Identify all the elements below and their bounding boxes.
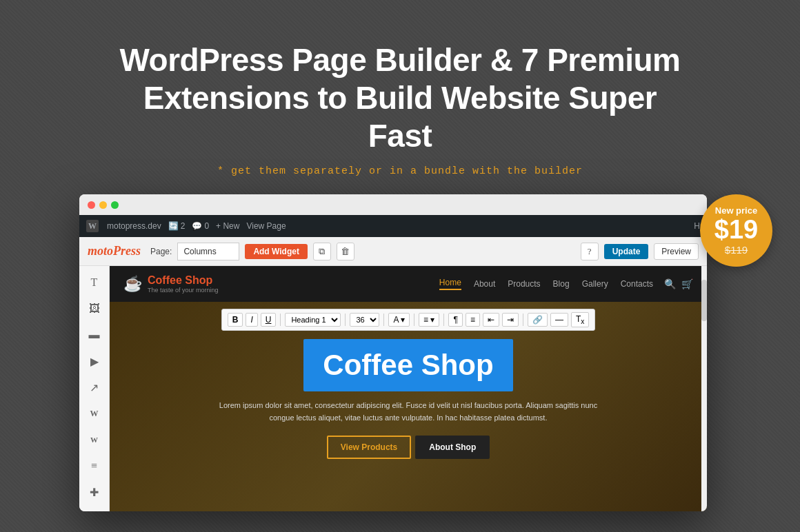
wp-comments[interactable]: 💬 0: [192, 221, 209, 231]
heading-block[interactable]: Coffee Shop: [303, 339, 512, 391]
sidebar-icon-layout[interactable]: ≡: [83, 455, 106, 477]
site-nav-gallery[interactable]: Gallery: [582, 279, 608, 289]
builder-body: T 🖼 ▬ ▶ ↗ W W ≡ ✚ ☕ Coffee Shop: [79, 266, 707, 511]
mp-page-label: Page:: [150, 247, 172, 256]
rte-outdent-btn[interactable]: ⇥: [502, 313, 519, 327]
view-products-btn[interactable]: View Products: [327, 436, 411, 459]
mp-page-input[interactable]: [177, 243, 239, 260]
site-logo-name: Coffee Shop: [148, 274, 219, 287]
page-background: WordPress Page Builder & 7 Premium Exten…: [0, 0, 800, 198]
browser-dot-green[interactable]: [111, 201, 119, 209]
site-nav-icons: 🔍 🛒: [664, 278, 693, 290]
browser-chrome: [79, 194, 707, 215]
sidebar-icon-woo[interactable]: W: [83, 429, 106, 451]
rte-ol-btn[interactable]: ¶: [448, 313, 462, 327]
rte-divider-2: [345, 314, 346, 326]
rte-divider-4: [414, 314, 414, 326]
sidebar-icon-section[interactable]: ▬: [83, 324, 106, 346]
site-nav-contacts[interactable]: Contacts: [621, 279, 653, 289]
wp-admin-bar: W motopress.dev 🔄 2 💬 0 + New View Pag: [79, 215, 707, 237]
sidebar-icon-import[interactable]: ↗: [83, 376, 106, 398]
rte-fontsize-select[interactable]: 36: [350, 313, 379, 327]
mp-copy-btn[interactable]: ⧉: [313, 243, 331, 260]
site-nav: ☕ Coffee Shop The taste of your morning …: [110, 266, 707, 302]
mp-toolbar: motoPress Page: Add Widget ⧉ 🗑 ? Update …: [79, 237, 707, 266]
price-old: $119: [725, 244, 748, 256]
search-icon[interactable]: 🔍: [664, 278, 676, 290]
site-nav-products[interactable]: Products: [508, 279, 540, 289]
sidebar-icon-image[interactable]: 🖼: [83, 298, 106, 320]
sidebar-icon-wp[interactable]: W: [83, 402, 106, 424]
site-nav-home[interactable]: Home: [439, 278, 461, 290]
price-new-label: New price: [715, 205, 757, 216]
site-nav-items: Home About Products Blog Gallery Contact…: [439, 278, 653, 290]
content-area: ☕ Coffee Shop The taste of your morning …: [110, 266, 707, 511]
site-logo-icon: ☕: [123, 275, 142, 293]
site-nav-blog[interactable]: Blog: [553, 279, 570, 289]
rte-italic-btn[interactable]: I: [246, 313, 257, 327]
sidebar-icon-plus[interactable]: ✚: [83, 481, 106, 503]
rte-divider-1: [280, 314, 281, 326]
browser-dot-yellow[interactable]: [99, 201, 107, 209]
wp-admin-right: H: [694, 221, 700, 231]
wp-view-page[interactable]: View Page: [246, 221, 286, 231]
rte-divider-5: [443, 314, 444, 326]
hero-subtitle: * get them separately or in a bundle wit…: [0, 165, 800, 177]
rte-color-btn[interactable]: A ▾: [388, 313, 410, 327]
mp-update-btn[interactable]: Update: [604, 244, 649, 259]
wp-site-url[interactable]: motopress.dev: [107, 221, 161, 231]
site-nav-about[interactable]: About: [474, 279, 495, 289]
wp-updates[interactable]: 🔄 2: [168, 221, 186, 231]
site-logo-area: ☕ Coffee Shop The taste of your morning: [123, 274, 219, 294]
rte-bold-btn[interactable]: B: [228, 313, 243, 327]
scrollbar-thumb[interactable]: [701, 280, 707, 321]
sidebar-icon-media[interactable]: ▶: [83, 350, 106, 372]
rte-indent-btn[interactable]: ⇤: [483, 313, 499, 327]
left-sidebar: T 🖼 ▬ ▶ ↗ W W ≡ ✚: [79, 266, 110, 511]
mp-delete-btn[interactable]: 🗑: [337, 243, 354, 260]
price-current: $19: [714, 216, 758, 245]
rte-clear-btn[interactable]: Tx: [571, 312, 589, 327]
rte-divider-3: [383, 314, 384, 326]
cart-icon[interactable]: 🛒: [681, 278, 693, 290]
rte-underline-btn[interactable]: U: [261, 313, 277, 327]
rte-heading-select[interactable]: Heading 1: [285, 313, 341, 327]
coffee-shop-heading: Coffee Shop: [323, 349, 493, 381]
wp-admin-bar-items: motopress.dev 🔄 2 💬 0 + New View Page: [107, 221, 286, 231]
browser-window: W motopress.dev 🔄 2 💬 0 + New View Pag: [79, 194, 707, 511]
site-logo-text: Coffee Shop The taste of your morning: [148, 274, 219, 294]
mp-logo: motoPress: [88, 244, 141, 258]
wp-new-link[interactable]: + New: [216, 221, 239, 231]
mp-add-widget-btn[interactable]: Add Widget: [245, 244, 308, 259]
site-hero: B I U Heading 1 36 A ▾: [110, 302, 707, 511]
price-badge: New price $19 $119: [700, 194, 772, 267]
browser-dot-red[interactable]: [88, 201, 95, 209]
scrollbar-track: [701, 266, 707, 511]
cta-buttons: View Products About Shop: [327, 436, 490, 459]
hero-section: WordPress Page Builder & 7 Premium Exten…: [0, 0, 800, 198]
rte-toolbar: B I U Heading 1 36 A ▾: [221, 309, 596, 331]
mp-preview-btn[interactable]: Preview: [654, 243, 699, 260]
rte-align-btn[interactable]: ≡ ▾: [419, 313, 439, 327]
rte-divider-6: [523, 314, 523, 326]
rte-link-btn[interactable]: 🔗: [528, 313, 548, 327]
about-shop-btn[interactable]: About Shop: [415, 436, 490, 459]
rte-ul-btn[interactable]: ≡: [466, 313, 480, 327]
mp-toolbar-right: ? Update Preview: [581, 243, 699, 260]
site-logo-tagline: The taste of your morning: [148, 287, 219, 294]
body-text: Lorem ipsum dolor sit amet, consectetur …: [215, 400, 601, 424]
rte-dash-btn[interactable]: —: [550, 313, 568, 327]
main-title: WordPress Page Builder & 7 Premium Exten…: [117, 41, 683, 156]
sidebar-icon-text[interactable]: T: [83, 272, 106, 294]
mp-help-btn[interactable]: ?: [581, 243, 599, 260]
wp-logo-icon: W: [86, 220, 99, 232]
